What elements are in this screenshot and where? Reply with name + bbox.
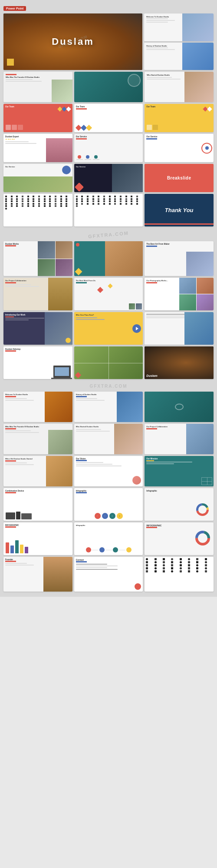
hero-title: Duslam (52, 36, 94, 47)
slide-teal-court (74, 72, 143, 102)
slide-our-service-1: Our Service (74, 134, 143, 162)
hero-slide-main: Duslam GFXTRA.COM (3, 13, 142, 70)
slide-our-service-2: Our Service (145, 134, 214, 162)
thank-you-text: Thank You (165, 207, 194, 213)
service-title-1: Our Service (76, 136, 141, 138)
infographic-2-title: Infographic (146, 490, 212, 492)
who-owns-title: Who Own Flaxs Now? (76, 314, 141, 316)
slide-who-founder-2: Who Was The Founder Of Duslam Studio (3, 424, 72, 454)
infographic-5-title: INFOGRAPHIC (146, 524, 212, 527)
slide-best-art: The Best Art From Maker (145, 241, 214, 276)
service-title-2: Our Service (146, 136, 212, 138)
slide-infographic-large: INFOGRAPHIC (145, 522, 214, 555)
slide-who-founder: Who Was The Founder Of Duslam Studio (3, 72, 72, 102)
vision-title: Our Vision (76, 458, 141, 460)
slide-contact: Contact (74, 557, 143, 592)
slide-our-team-white: Our Team (74, 104, 143, 132)
slide-icons-1 (3, 194, 72, 226)
founder-title: Who Was The Founder Of Duslam Studio (6, 76, 70, 78)
duslam-label-2: Duslam (146, 374, 157, 377)
watermark-2: GFXTRA.COM (89, 384, 127, 389)
slide-our-vision: Our Vision (74, 456, 143, 486)
slide-photography: Our Photography Works... (145, 278, 214, 310)
slide-infographic-bar: INFOGRAPHIC (3, 522, 72, 555)
slide-our-mission: Our Mission (145, 456, 214, 486)
slide-infographic-donut: Infographic (145, 488, 214, 521)
slide-welcome-2: Welcome To Duslam Studio (3, 392, 72, 422)
best-work-title: The Best Work From Us (76, 279, 141, 282)
slide-when-old: When Old Duslam Studio Started (3, 456, 72, 486)
slide-our-team-yellow: Our Team (145, 104, 214, 132)
main-container: Power Point Duslam GFXTRA.COM Welcome To… (0, 0, 217, 597)
slide-placeholder-r (145, 312, 214, 345)
slide-icons-2 (74, 194, 143, 226)
founder-2-title: Who Was The Founder Of Duslam Studio (5, 426, 71, 428)
combination-title: Combination Device (5, 490, 71, 492)
slide-who-owns: Who Own Flaxs Now? (74, 312, 143, 345)
desktop-title: Duslam Dekstop (5, 348, 71, 350)
slide-who-started: Who Started Duslam Studio (145, 72, 214, 102)
slide-service-tennis: Our Service (3, 164, 72, 192)
our-team-label-2: Our Team (76, 106, 141, 108)
slide-tennis-court (74, 346, 143, 379)
slide-duslam-expert: Duslam Expert ★★★★★ (3, 134, 72, 162)
donut-chart (195, 502, 210, 517)
slide-best-work: The Best Work From Us (74, 278, 143, 310)
slide-welcome-small: Welcome To Duslam Studio (144, 13, 214, 41)
breakslide-text: Breakslide (167, 176, 191, 180)
slide-icons-large (145, 557, 214, 592)
slide-service-dark: Our Service (74, 164, 143, 192)
slide-teal-person (74, 241, 143, 276)
watermark-main: GFXTRA.COM (88, 230, 129, 239)
slide-introducing: Introducing Our Work (3, 312, 72, 345)
slide-history-small: History of Duslam Studio (144, 43, 214, 70)
slide-combination: Combination Device (3, 488, 72, 521)
our-team-label-3: Our Team (146, 106, 212, 108)
slide-dark-action: Duslam (145, 346, 214, 379)
slide-founder: Founder (3, 557, 72, 592)
slide-teal-large (145, 392, 214, 422)
slide-project-collab-2: Our Project Collaboration (145, 424, 214, 454)
infographic-4-title: Infographic (76, 524, 141, 526)
slide-infographic-1: Infographic ✓ ☆ ♦ ● (74, 488, 143, 521)
slide-history-2: History of Duslam Studio (74, 392, 143, 422)
slide-breakslide: Breakslide (145, 164, 214, 192)
slide-our-team-coral: Our Team (3, 104, 72, 132)
slide-duslam-desktop: Duslam Dekstop (3, 346, 72, 379)
slide-thankyou: Thank You (145, 194, 214, 226)
infographic-1-title: Infographic (76, 490, 141, 492)
slide-project-collab: Our Project Collaboration (3, 278, 72, 310)
slide-duslam-works: Duslam Works (3, 241, 72, 276)
mission-title: Our Mission (146, 458, 212, 460)
powerpoint-badge: Power Point (3, 6, 26, 11)
large-donut-chart (194, 529, 211, 547)
infographic-3-title: INFOGRAPHIC (5, 524, 71, 526)
best-art-title: The Best Art From Maker (146, 243, 212, 246)
slide-who-started-2: Who Started Duslam Studio (74, 424, 143, 454)
slide-infographic-circles: Infographic (74, 522, 143, 555)
